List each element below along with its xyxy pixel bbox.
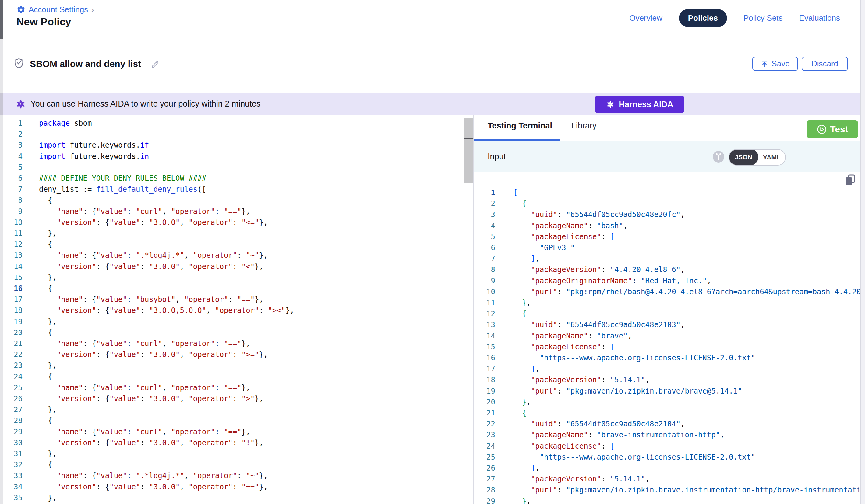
code-line[interactable]: 3 "uuid": "65544df05cc9ad50c48e20fc", (474, 209, 861, 220)
tab-overview[interactable]: Overview (629, 13, 662, 23)
code-text[interactable]: "version": {"value": "3.0.0", "operator"… (39, 393, 264, 405)
code-line[interactable]: 13 "name": {"value": ".*log4j.*", "opera… (3, 250, 464, 261)
code-text[interactable]: { (39, 371, 52, 383)
breadcrumb[interactable]: Account Settings › (16, 5, 94, 14)
code-text[interactable]: import future.keywords.in (39, 151, 149, 162)
code-line[interactable]: 18 "version": {"value": "3.0.0,5.0.0", "… (3, 305, 464, 316)
code-text[interactable]: "packageName": "brave", (513, 330, 632, 342)
test-button[interactable]: Test (807, 120, 858, 139)
edit-pencil-icon[interactable] (150, 60, 160, 69)
code-text[interactable]: }, (39, 272, 57, 283)
code-text[interactable]: "uuid": "65544df05cc9ad50c48e2103", (513, 319, 685, 330)
code-line[interactable]: 10 "purl": "pkg:rpm/rhel/bash@4.4.20-4.e… (474, 286, 861, 298)
code-line[interactable]: 28 { (3, 415, 464, 426)
code-text[interactable]: "name": {"value": ".*log4j.*", "operator… (39, 470, 268, 481)
code-line[interactable]: 16 "https---www.apache.org-licenses-LICE… (474, 352, 861, 364)
code-line[interactable]: 27 }, (3, 404, 464, 415)
code-line[interactable]: 8 "packageVersion": "4.4.20-4.el8_6", (474, 264, 861, 276)
code-text[interactable]: ], (513, 363, 540, 375)
code-line[interactable]: 8 { (3, 195, 464, 206)
format-toggle-json[interactable]: JSON (728, 149, 758, 165)
code-text[interactable]: { (39, 195, 52, 206)
code-text[interactable]: { (39, 415, 52, 426)
code-line[interactable]: 35 }, (3, 492, 464, 504)
code-line[interactable]: 19 "purl": "pkg:maven/io.zipkin.brave/br… (474, 386, 861, 397)
harness-aida-button[interactable]: Harness AIDA (595, 96, 684, 113)
code-line[interactable]: 24 "packageLicense": [ (474, 441, 861, 452)
code-line[interactable]: 34 "version": {"value": "3.0.0", "operat… (3, 481, 464, 493)
code-line[interactable]: 21 { (474, 408, 861, 419)
splitter-handle[interactable] (464, 138, 473, 139)
code-text[interactable]: }, (39, 448, 57, 459)
code-line[interactable]: 16 { (3, 283, 464, 294)
code-line[interactable]: 27 "packageVersion": "5.14.1", (474, 473, 861, 485)
code-text[interactable]: #### DEFINE YOUR DENY RULES BELOW #### (39, 173, 206, 184)
code-line[interactable]: 17 "name": {"value": "busybot", "operato… (3, 294, 464, 305)
code-line[interactable]: 9 "name": {"value": "curl", "operator": … (3, 206, 464, 217)
code-text[interactable]: "version": {"value": "3.0.0", "operator"… (39, 481, 268, 493)
code-line[interactable]: 6#### DEFINE YOUR DENY RULES BELOW #### (3, 173, 464, 184)
code-line[interactable]: 29 "name": {"value": "curl", "operator":… (3, 426, 464, 438)
code-line[interactable]: 15 }, (3, 272, 464, 283)
code-text[interactable]: }, (39, 492, 57, 504)
code-line[interactable]: 14 "packageName": "brave", (474, 330, 861, 342)
tab-evaluations[interactable]: Evaluations (799, 13, 840, 23)
code-line[interactable]: 26 ], (474, 462, 861, 474)
code-text[interactable]: "name": {"value": ".*log4j.*", "operator… (39, 250, 268, 261)
code-text[interactable]: "name": {"value": "curl", "operator": "=… (39, 338, 250, 349)
code-line[interactable]: 22 "uuid": "65544df05cc9ad50c48e2104", (474, 419, 861, 430)
code-line[interactable]: 28 "purl": "pkg:maven/io.zipkin.brave.in… (474, 484, 861, 496)
code-text[interactable]: "packageLicense": [ (513, 341, 614, 353)
code-line[interactable]: 2 (3, 129, 464, 140)
code-text[interactable]: "purl": "pkg:maven/io.zipkin.brave.instr… (513, 484, 861, 496)
code-line[interactable]: 12 { (3, 239, 464, 250)
code-line[interactable]: 31 }, (3, 448, 464, 459)
code-line[interactable]: 30 "version": {"value": "3.0.0", "operat… (3, 437, 464, 449)
code-text[interactable]: }, (39, 404, 57, 415)
code-text[interactable]: "https---www.apache.org-licenses-LICENSE… (513, 352, 756, 364)
code-line[interactable]: 1[ (474, 187, 861, 198)
code-line[interactable]: 4import future.keywords.in (3, 151, 464, 162)
code-text[interactable]: { (39, 327, 52, 338)
code-text[interactable]: "packageOriginatorName": "Red Hat, Inc."… (513, 276, 711, 287)
code-line[interactable]: 9 "packageOriginatorName": "Red Hat, Inc… (474, 276, 861, 287)
code-text[interactable]: { (513, 198, 526, 209)
code-text[interactable]: "name": {"value": "curl", "operator": "=… (39, 382, 250, 394)
code-line[interactable]: 3import future.keywords.if (3, 140, 464, 151)
code-text[interactable]: "name": {"value": "curl", "operator": "=… (39, 206, 250, 217)
code-line[interactable]: 25 "https---www.apache.org-licenses-LICE… (474, 452, 861, 463)
code-text[interactable]: "packageName": "brave-instrumentation-ht… (513, 430, 725, 441)
code-text[interactable]: package sbom (39, 118, 92, 129)
code-text[interactable]: }, (39, 316, 57, 327)
code-text[interactable]: }, (513, 397, 531, 408)
code-text[interactable]: }, (39, 360, 57, 371)
tab-library[interactable]: Library (572, 121, 597, 131)
code-text[interactable]: "uuid": "65544df05cc9ad50c48e2104", (513, 419, 685, 430)
code-line[interactable]: 26 "version": {"value": "3.0.0", "operat… (3, 393, 464, 405)
code-line[interactable]: 20 { (3, 327, 464, 338)
format-toggle-yaml[interactable]: YAML (758, 154, 785, 161)
code-line[interactable]: 6 "GPLv3-" (474, 242, 861, 254)
code-line[interactable]: 22 "version": {"value": "3.0.0", "operat… (3, 349, 464, 360)
code-text[interactable]: { (39, 283, 52, 294)
code-text[interactable]: "https---www.apache.org-licenses-LICENSE… (513, 452, 756, 463)
copy-icon[interactable] (844, 174, 856, 186)
code-text[interactable]: ], (513, 253, 540, 265)
breadcrumb-link-account-settings[interactable]: Account Settings (28, 5, 88, 14)
code-line[interactable]: 21 "name": {"value": "curl", "operator":… (3, 338, 464, 349)
code-text[interactable]: "packageName": "bash", (513, 220, 628, 232)
code-text[interactable]: "GPLv3-" (513, 242, 575, 254)
code-text[interactable]: "version": {"value": "3.0.0", "operator"… (39, 349, 268, 360)
editor-scrollbar[interactable] (464, 118, 473, 183)
code-text[interactable]: import future.keywords.if (39, 140, 149, 151)
code-text[interactable]: "name": {"value": "curl", "operator": "=… (39, 426, 250, 438)
code-text[interactable]: "packageLicense": [ (513, 231, 614, 243)
code-text[interactable]: }, (513, 297, 531, 308)
code-line[interactable]: 11 }, (3, 228, 464, 239)
policy-code-editor[interactable]: 1package sbom23import future.keywords.if… (3, 115, 464, 504)
code-text[interactable]: "uuid": "65544df05cc9ad50c48e20fc", (513, 209, 685, 220)
code-text[interactable]: "packageVersion": "4.4.20-4.el8_6", (513, 264, 685, 276)
code-line[interactable]: 2 { (474, 198, 861, 209)
code-text[interactable]: "packageLicense": [ (513, 441, 614, 452)
code-line[interactable]: 23 }, (3, 360, 464, 371)
